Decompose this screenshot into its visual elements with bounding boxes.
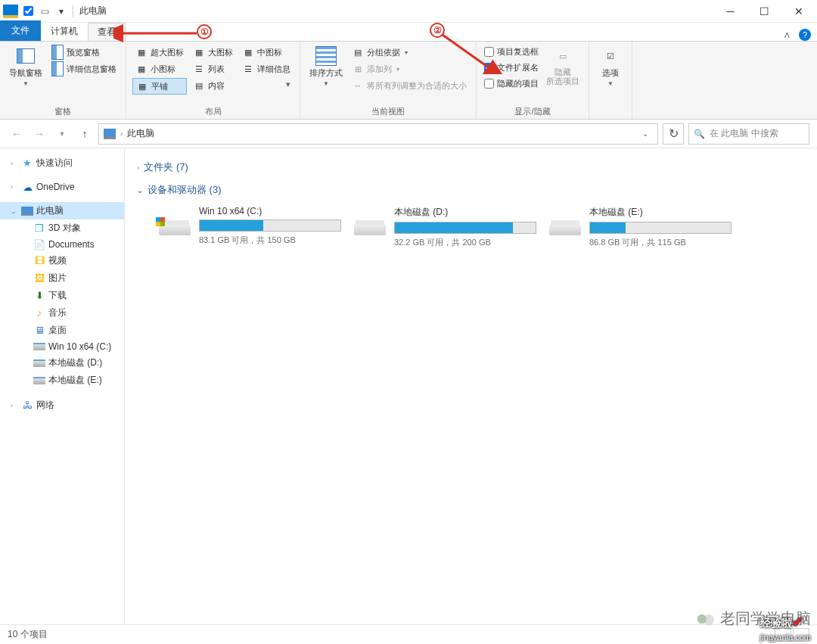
layout-list[interactable]: ☰列表 (190, 61, 236, 76)
tree-desktop[interactable]: ›🖥桌面 (0, 322, 124, 339)
groupby-button[interactable]: ▤分组依据▾ (349, 45, 470, 60)
content-area[interactable]: ›文件夹 (7) ⌄设备和驱动器 (3) Win 10 x64 (C:) 83.… (125, 148, 817, 624)
drive-bar (199, 219, 341, 232)
tree-docs[interactable]: ›📄Documents (0, 237, 124, 252)
search-placeholder: 在 此电脑 中搜索 (710, 127, 778, 140)
nav-pane-button[interactable]: 导航窗格 ▼ (6, 45, 45, 89)
panes-group-label: 窗格 (6, 104, 120, 117)
search-icon: 🔍 (694, 129, 705, 139)
layout-lg[interactable]: ▦大图标 (190, 45, 236, 60)
ribbon-tabs: 文件 计算机 查看 ᐱ ? (0, 23, 817, 41)
tree-this-pc[interactable]: ⌄此电脑 (0, 202, 124, 219)
forward-button[interactable]: → (30, 125, 48, 143)
tree-downloads[interactable]: ›⬇下载 (0, 287, 124, 304)
chevron-right-icon: › (120, 129, 123, 138)
addcol-button: ⊞添加列▾ (349, 61, 470, 76)
sort-button[interactable]: 排序方式 ▼ (306, 45, 346, 89)
drive-icon (157, 215, 193, 245)
layout-details[interactable]: ☰详细信息 (239, 61, 294, 76)
drive-item[interactable]: Win 10 x64 (C:) 83.1 GB 可用，共 150 GB (157, 206, 341, 248)
app-icon (3, 5, 18, 18)
ribbon-group-showhide: 项目复选框 文件扩展名 隐藏的项目 ▭ 隐藏 所选项目 显示/隐藏 (477, 42, 589, 119)
tree-quick-access[interactable]: ›★快速访问 (0, 154, 124, 172)
tree-videos[interactable]: ›🎞视频 (0, 252, 124, 269)
checkbox-itemcheckboxes[interactable]: 项目复选框 (483, 45, 540, 59)
layout-xl[interactable]: ▦超大图标 (132, 45, 187, 60)
tree-3d[interactable]: ›❒3D 对象 (0, 219, 124, 237)
recent-button[interactable]: ▼ (53, 125, 71, 143)
tab-computer[interactable]: 计算机 (41, 22, 88, 41)
drive-icon (547, 215, 583, 245)
address-box[interactable]: › 此电脑 ⌄ (98, 123, 658, 145)
currentview-group-label: 当前视图 (306, 104, 470, 117)
tab-file[interactable]: 文件 (0, 20, 41, 41)
annotation-number-2: ② (430, 23, 445, 38)
qat-properties[interactable]: ▭ (36, 3, 53, 20)
back-button[interactable]: ← (8, 125, 26, 143)
drive-free: 32.2 GB 可用，共 200 GB (394, 237, 536, 248)
drive-bar (394, 222, 536, 234)
wechat-icon (696, 611, 716, 627)
drive-free: 83.1 GB 可用，共 150 GB (199, 235, 341, 246)
tree-music[interactable]: ›♪音乐 (0, 304, 124, 322)
preview-pane-button[interactable]: 预览窗格 (48, 45, 120, 60)
status-itemcount: 10 个项目 (8, 628, 48, 641)
layout-group-label: 布局 (132, 104, 294, 117)
address-bar: ← → ▼ ↑ › 此电脑 ⌄ ↻ 🔍 在 此电脑 中搜索 (0, 120, 817, 148)
layout-more[interactable]: ▾ (239, 78, 294, 91)
checkbox-hidden[interactable]: 隐藏的项目 (483, 76, 540, 91)
drive-item[interactable]: 本地磁盘 (E:) 86.8 GB 可用，共 115 GB (547, 206, 732, 248)
refresh-button[interactable]: ↻ (663, 123, 684, 145)
nav-pane-label: 导航窗格 (9, 67, 42, 79)
ribbon: 导航窗格 ▼ 预览窗格 详细信息窗格 窗格 ▦超大图标 ▦小图标 ▦平铺 ▦大图… (0, 41, 817, 120)
pc-icon (104, 129, 116, 139)
details-pane-button[interactable]: 详细信息窗格 (48, 61, 120, 76)
status-bar: 10 个项目 (0, 624, 817, 644)
watermark-site: 经验啦✔jingyanla.com (760, 614, 811, 642)
options-button[interactable]: ☑ 选项 ▼ (595, 45, 626, 89)
drive-name: 本地磁盘 (D:) (394, 206, 536, 219)
layout-md[interactable]: ▦中图标 (239, 45, 294, 60)
layout-tile[interactable]: ▦平铺 (132, 78, 187, 95)
navigation-tree[interactable]: ›★快速访问 ›☁OneDrive ⌄此电脑 ›❒3D 对象 ›📄Documen… (0, 148, 125, 624)
checkbox-extensions[interactable]: 文件扩展名 (483, 61, 540, 75)
tree-drive-e[interactable]: ›本地磁盘 (E:) (0, 372, 124, 389)
address-dropdown[interactable]: ⌄ (638, 129, 653, 138)
tab-view[interactable]: 查看 (88, 23, 126, 41)
body: ›★快速访问 ›☁OneDrive ⌄此电脑 ›❒3D 对象 ›📄Documen… (0, 148, 817, 624)
divider (73, 5, 73, 17)
layout-sm[interactable]: ▦小图标 (132, 61, 187, 76)
annotation-number-1: ① (197, 24, 212, 39)
layout-content[interactable]: ▤内容 (190, 78, 236, 93)
drives-row: Win 10 x64 (C:) 83.1 GB 可用，共 150 GB 本地磁盘… (137, 201, 805, 248)
window-title: 此电脑 (79, 5, 107, 17)
drive-icon (352, 215, 388, 245)
ribbon-group-layout: ▦超大图标 ▦小图标 ▦平铺 ▦大图标 ☰列表 ▤内容 ▦中图标 ☰详细信息 ▾… (126, 42, 300, 119)
ribbon-group-panes: 导航窗格 ▼ 预览窗格 详细信息窗格 窗格 (0, 42, 126, 119)
section-drives[interactable]: ⌄设备和驱动器 (3) (137, 179, 805, 201)
search-box[interactable]: 🔍 在 此电脑 中搜索 (688, 123, 809, 145)
help-icon[interactable]: ? (799, 29, 811, 41)
tree-drive-d[interactable]: ›本地磁盘 (D:) (0, 354, 124, 372)
tree-pics[interactable]: ›🖼图片 (0, 269, 124, 287)
qat-checkbox[interactable] (20, 3, 36, 20)
drive-item[interactable]: 本地磁盘 (D:) 32.2 GB 可用，共 200 GB (352, 206, 536, 248)
ribbon-group-options: ☑ 选项 ▼ (589, 42, 632, 119)
up-button[interactable]: ↑ (76, 125, 94, 143)
tree-onedrive[interactable]: ›☁OneDrive (0, 179, 124, 194)
hide-selected-button: ▭ 隐藏 所选项目 (543, 45, 582, 87)
close-button[interactable]: ✕ (781, 0, 815, 23)
tree-network[interactable]: ›🖧网络 (0, 397, 124, 414)
minimize-button[interactable]: ─ (713, 0, 747, 23)
fitcol-button: ↔将所有列调整为合适的大小 (349, 78, 470, 93)
breadcrumb[interactable]: 此电脑 (127, 127, 154, 140)
tree-drive-c[interactable]: ›Win 10 x64 (C:) (0, 339, 124, 354)
qat-dropdown[interactable]: ▾ (53, 3, 70, 20)
drive-free: 86.8 GB 可用，共 115 GB (589, 237, 732, 248)
drive-name: 本地磁盘 (E:) (589, 206, 732, 219)
collapse-ribbon-button[interactable]: ᐱ (778, 30, 796, 41)
title-bar: ▭ ▾ 此电脑 ─ ☐ ✕ (0, 0, 817, 23)
maximize-button[interactable]: ☐ (747, 0, 781, 23)
section-folders[interactable]: ›文件夹 (7) (137, 156, 805, 179)
showhide-group-label: 显示/隐藏 (483, 104, 582, 117)
